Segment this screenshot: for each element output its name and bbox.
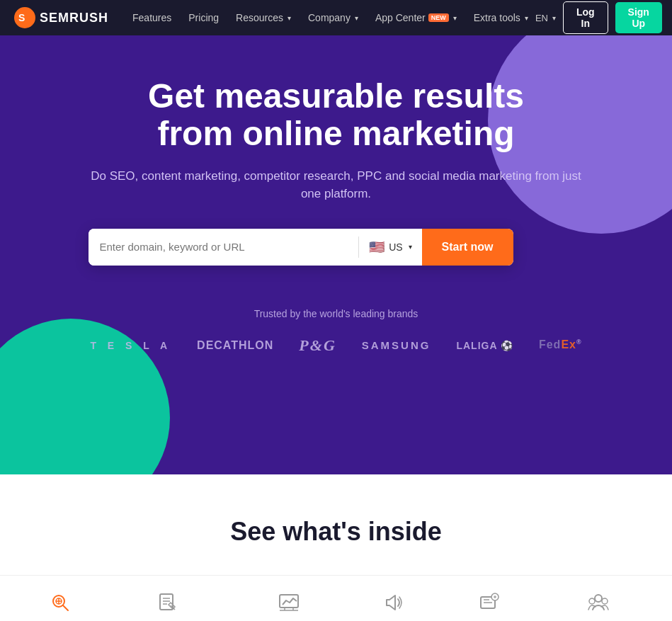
svg-line-3 — [63, 605, 68, 610]
nav-app-center[interactable]: App Center NEW ▾ — [368, 8, 464, 28]
svg-point-22 — [589, 598, 595, 604]
svg-text:S: S — [18, 12, 25, 23]
new-badge: NEW — [428, 13, 449, 22]
tab-content-marketing[interactable]: Content Marketing — [106, 576, 229, 621]
nav-resources[interactable]: Resources ▾ — [229, 8, 298, 28]
chevron-down-icon: ▾ — [552, 14, 556, 22]
login-button[interactable]: Log In — [563, 1, 608, 34]
semrush-logo-icon: S — [14, 7, 35, 28]
nav-features[interactable]: Features — [125, 8, 178, 28]
nav-company[interactable]: Company ▾ — [301, 8, 365, 28]
brands-list: T E S L A DECATHLON P&G SAMSUNG LALIGA ⚽… — [90, 336, 581, 355]
tab-agency-solutions[interactable]: Agency Solutions — [539, 576, 658, 621]
tab-seo[interactable]: SEO — [14, 576, 106, 621]
advertising-icon — [381, 590, 406, 615]
navbar: S SEMRUSH Features Pricing Resources ▾ C… — [0, 0, 672, 35]
brands-label: Trusted by the world's leading brands — [90, 308, 581, 319]
brand-samsung: SAMSUNG — [362, 339, 431, 351]
market-research-icon — [276, 590, 302, 615]
hero-content: Get measurable resultsfrom online market… — [89, 78, 584, 266]
tab-market-research[interactable]: Market Research — [229, 576, 348, 621]
tab-social-media[interactable]: Social Media — [440, 576, 539, 621]
nav-links: Features Pricing Resources ▾ Company ▾ A… — [125, 8, 535, 28]
chevron-down-icon: ▾ — [355, 14, 358, 22]
agency-solutions-icon — [586, 590, 611, 615]
content-marketing-icon — [155, 590, 181, 615]
chevron-down-icon: ▾ — [409, 243, 412, 251]
tab-advertising[interactable]: Advertising — [348, 576, 440, 621]
hero-title: Get measurable resultsfrom online market… — [89, 78, 584, 153]
signup-button[interactable]: Sign Up — [615, 2, 662, 33]
chevron-down-icon: ▾ — [287, 14, 291, 22]
see-inside-title: See what's inside — [14, 517, 658, 547]
logo[interactable]: S SEMRUSH — [14, 7, 108, 28]
hero-subtitle: Do SEO, content marketing, competitor re… — [89, 167, 584, 203]
brands-section: Trusted by the world's leading brands T … — [90, 308, 581, 355]
svg-point-23 — [602, 598, 608, 604]
logo-text: SEMRUSH — [40, 11, 108, 25]
brand-tesla: T E S L A — [90, 340, 171, 351]
brand-decathlon: DECATHLON — [197, 339, 273, 352]
search-input[interactable] — [89, 229, 359, 266]
country-selector[interactable]: 🇺🇸 US ▾ — [359, 229, 421, 266]
see-inside-section: See what's inside — [0, 474, 672, 547]
seo-icon — [47, 590, 73, 615]
nav-extra-tools[interactable]: Extra tools ▾ — [467, 8, 535, 28]
svg-point-21 — [595, 595, 602, 602]
tabs-section: SEO Content Marketing Mar — [0, 575, 672, 621]
us-flag-icon: 🇺🇸 — [369, 239, 385, 255]
brand-fedex: FedEx® — [539, 338, 582, 351]
start-now-button[interactable]: Start now — [422, 229, 513, 266]
svg-rect-11 — [280, 595, 298, 608]
brand-laliga: LALIGA ⚽ — [456, 340, 513, 351]
nav-pricing[interactable]: Pricing — [181, 8, 226, 28]
search-bar: 🇺🇸 US ▾ Start now — [89, 229, 513, 266]
social-media-icon — [477, 590, 502, 615]
language-selector[interactable]: EN ▾ — [535, 13, 556, 23]
hero-section: Get measurable resultsfrom online market… — [0, 35, 672, 474]
chevron-down-icon: ▾ — [453, 14, 457, 22]
chevron-down-icon: ▾ — [525, 14, 528, 22]
brand-pg: P&G — [299, 336, 336, 355]
navbar-right: EN ▾ Log In Sign Up — [535, 1, 662, 34]
